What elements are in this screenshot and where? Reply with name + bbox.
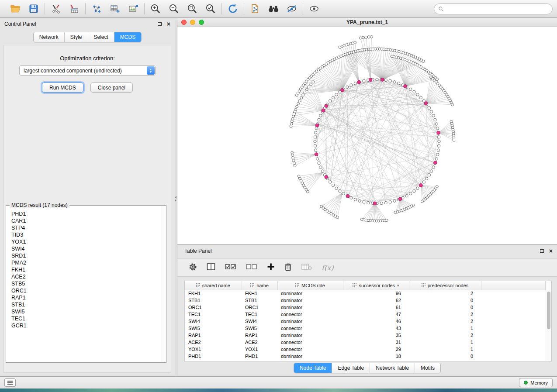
network-node[interactable] — [430, 110, 432, 113]
network-node[interactable] — [428, 107, 430, 109]
table-cell[interactable]: YOX1 — [242, 346, 277, 353]
mcds-result-item[interactable]: SWI4 — [11, 245, 160, 252]
network-node[interactable] — [319, 114, 322, 117]
table-row[interactable]: SWI4SWI4dominator462 — [185, 318, 546, 325]
network-leaf-node[interactable] — [305, 88, 308, 91]
network-leaf-node[interactable] — [302, 94, 304, 96]
table-cell[interactable]: dominator — [277, 297, 343, 304]
status-menu-button[interactable] — [4, 378, 16, 387]
network-leaf-node[interactable] — [298, 175, 300, 178]
table-cell[interactable]: PHD1 — [242, 353, 277, 360]
new-network-button[interactable] — [90, 2, 103, 15]
network-hub-node[interactable] — [404, 85, 407, 88]
column-header-successor-nodes[interactable]: successor nodes▾ — [343, 281, 409, 290]
table-cell[interactable]: STB1 — [242, 297, 277, 304]
network-node[interactable] — [436, 153, 439, 156]
mcds-result-item[interactable]: ACE2 — [11, 273, 160, 280]
splitter-handle-icon[interactable] — [175, 196, 176, 202]
table-cell[interactable]: 0 — [409, 297, 481, 304]
network-node[interactable] — [316, 158, 319, 160]
table-row[interactable]: TEC1TEC1connector472 — [185, 311, 546, 318]
table-cell[interactable]: 35 — [343, 332, 409, 339]
network-leaf-node[interactable] — [304, 91, 306, 93]
show-graphics-button[interactable] — [308, 2, 321, 15]
mcds-result-item[interactable]: TEC1 — [11, 315, 160, 322]
hide-annotations-button[interactable] — [285, 2, 298, 15]
network-node[interactable] — [435, 158, 438, 160]
table-cell[interactable]: SWI5 — [185, 325, 242, 332]
network-leaf-node[interactable] — [293, 113, 295, 115]
network-canvas[interactable] — [177, 27, 557, 244]
table-settings-button[interactable] — [189, 263, 197, 273]
network-leaf-node[interactable] — [297, 102, 300, 105]
network-node[interactable] — [430, 170, 432, 172]
table-cell[interactable]: 1 — [409, 325, 481, 332]
table-cell[interactable]: SWI4 — [185, 318, 242, 325]
table-row[interactable]: RAP1RAP1dominator352 — [185, 332, 546, 339]
network-leaf-node[interactable] — [354, 41, 356, 44]
network-node[interactable] — [346, 86, 349, 88]
network-leaf-node[interactable] — [300, 96, 303, 99]
network-node[interactable] — [422, 181, 425, 183]
table-cell[interactable]: dominator — [277, 290, 343, 297]
network-node[interactable] — [367, 201, 370, 204]
network-node[interactable] — [435, 123, 438, 125]
run-mcds-button[interactable]: Run MCDS — [42, 83, 83, 93]
network-hub-node[interactable] — [315, 124, 319, 127]
show-columns-button[interactable] — [207, 263, 215, 272]
network-hub-node[interactable] — [398, 197, 402, 201]
float-panel-icon[interactable] — [158, 22, 162, 26]
network-node[interactable] — [363, 201, 365, 203]
network-hub-node[interactable] — [325, 175, 328, 179]
network-node[interactable] — [329, 181, 331, 183]
table-cell[interactable]: TEC1 — [242, 311, 277, 318]
search-network-button[interactable] — [267, 2, 280, 15]
network-node[interactable] — [358, 199, 361, 202]
table-cell[interactable]: ORC1 — [185, 304, 242, 311]
network-node[interactable] — [332, 96, 334, 99]
network-leaf-node[interactable] — [367, 36, 370, 38]
network-leaf-node[interactable] — [436, 78, 439, 81]
table-cell[interactable]: 2 — [409, 318, 481, 325]
tab-edge-table[interactable]: Edge Table — [332, 363, 370, 373]
close-panel-icon[interactable]: × — [167, 22, 170, 26]
table-cell[interactable]: 61 — [343, 304, 409, 311]
network-leaf-node[interactable] — [290, 123, 293, 125]
network-leaf-node[interactable] — [291, 120, 293, 123]
column-header-mcds-role[interactable]: MCDS role — [277, 281, 343, 290]
network-node[interactable] — [393, 81, 396, 83]
mcds-result-item[interactable]: TID3 — [11, 231, 160, 238]
network-leaf-node[interactable] — [291, 117, 294, 120]
export-image-button[interactable] — [127, 2, 140, 15]
network-node[interactable] — [436, 127, 439, 130]
network-leaf-node[interactable] — [291, 154, 294, 157]
network-node[interactable] — [437, 149, 439, 151]
network-leaf-node[interactable] — [294, 165, 296, 167]
zoom-out-button[interactable] — [167, 2, 180, 15]
network-node[interactable] — [409, 88, 412, 90]
network-leaf-node[interactable] — [359, 37, 362, 39]
network-node[interactable] — [413, 189, 415, 192]
table-cell[interactable]: SWI4 — [242, 318, 277, 325]
network-node[interactable] — [405, 194, 408, 197]
network-hub-node[interactable] — [346, 194, 349, 198]
network-node[interactable] — [393, 199, 396, 202]
table-cell[interactable]: 1 — [409, 339, 481, 346]
network-node[interactable] — [376, 78, 378, 81]
table-cell[interactable]: TEC1 — [185, 311, 242, 318]
network-node[interactable] — [314, 144, 316, 147]
column-header-shared-name[interactable]: shared name — [185, 281, 242, 290]
network-node[interactable] — [384, 79, 387, 81]
network-leaf-node[interactable] — [298, 100, 301, 102]
network-node[interactable] — [329, 100, 331, 102]
network-leaf-node[interactable] — [291, 151, 294, 154]
network-node[interactable] — [425, 177, 428, 180]
table-cell[interactable]: FKH1 — [185, 290, 242, 297]
table-cell[interactable]: FKH1 — [242, 290, 277, 297]
table-cell[interactable]: YOX1 — [185, 346, 242, 353]
network-node[interactable] — [319, 166, 322, 168]
column-header-name[interactable]: name — [242, 281, 277, 290]
mcds-result-item[interactable]: STB1 — [11, 301, 160, 308]
table-cell[interactable]: PHD1 — [185, 353, 242, 360]
mcds-result-item[interactable]: STB5 — [11, 280, 160, 287]
